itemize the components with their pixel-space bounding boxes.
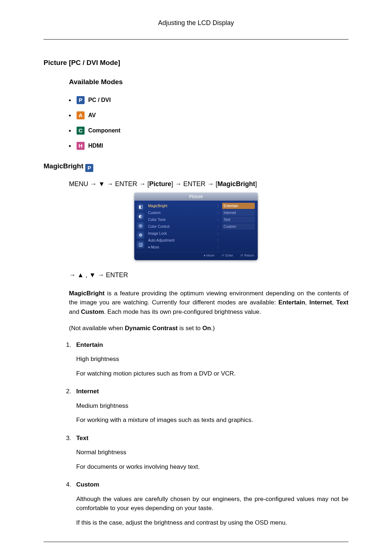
osd-footer-return: ↺ Return [240, 253, 254, 258]
arrow-icon: → [207, 180, 214, 188]
osd-option-item: Entertain [222, 203, 255, 209]
osd-nav-icon: ⚙ [136, 231, 144, 239]
item-title: Custom [76, 480, 348, 489]
item-paragraph: Medium brightness [76, 401, 348, 411]
item-paragraph: For watching motion pictures such as fro… [76, 369, 348, 378]
mode-label: PC / DVI [88, 96, 111, 104]
section-title-picture: Picture [PC / DVI Mode] [44, 58, 348, 68]
mode-list-item: H HDMI [69, 141, 348, 150]
nav-enter: ENTER [115, 180, 137, 188]
menu-navigation-continue: → ▲ , ▼ → ENTER [69, 270, 348, 280]
item-paragraph: If this is the case, adjust the brightne… [76, 518, 348, 528]
list-item: TextNormal brightnessFor documents or wo… [76, 434, 348, 472]
osd-menu-item: Custom: [147, 210, 219, 216]
magicbright-label: MagicBright [44, 162, 83, 170]
osd-nav-icon: ◧ [136, 203, 144, 211]
list-item: CustomAlthough the values are carefully … [76, 480, 348, 527]
down-icon: ▼ [98, 180, 105, 188]
osd-title: Picture [134, 193, 258, 201]
header-divider [44, 39, 348, 40]
nav-menu: MENU [69, 180, 88, 188]
osd-side-nav: ◧◐◎⚙◲ [136, 203, 144, 250]
section-title-magicbright: MagicBright P [44, 161, 348, 172]
bullet-icon [69, 130, 71, 132]
osd-footer-enter: ⏎ Enter [221, 253, 233, 258]
item-paragraph: Normal brightness [76, 448, 348, 457]
mode-icon: P [77, 96, 85, 104]
nav-enter: ENTER [183, 180, 205, 188]
mode-label: Component [88, 126, 121, 135]
osd-option-item: Text [222, 217, 255, 223]
osd-menu-item: ▾ More: [147, 244, 219, 250]
menu-navigation-path: MENU → ▼ → ENTER → [Picture] → ENTER → [… [69, 179, 348, 189]
nav-picture-bold: Picture [149, 180, 171, 188]
list-item: EntertainHigh brightnessFor watching mot… [76, 340, 348, 378]
item-title: Internet [76, 387, 348, 396]
osd-nav-icon: ◲ [136, 241, 144, 249]
mode-icon: H [77, 142, 85, 150]
osd-nav-icon: ◐ [136, 212, 144, 220]
osd-menu-item: Image Lock: [147, 230, 219, 237]
osd-screenshot: Picture ◧◐◎⚙◲ MagicBright:Custom:Color T… [134, 193, 258, 260]
mode-icon: C [77, 127, 85, 135]
osd-nav-icon: ◎ [136, 222, 144, 230]
mode-list-item: A AV [69, 111, 348, 120]
mode-label: HDMI [88, 141, 103, 150]
available-modes-list: P PC / DVI A AV C Component H HDMI [69, 96, 348, 150]
item-title: Entertain [76, 340, 348, 350]
osd-footer-move: ♦ Move [204, 253, 214, 258]
osd-menu-item: Auto Adjustment: [147, 237, 219, 243]
mode-descriptions-list: EntertainHigh brightnessFor watching mot… [76, 340, 348, 528]
item-paragraph: Although the values are carefully chosen… [76, 495, 348, 513]
page-header-title: Adjusting the LCD Display [44, 18, 348, 30]
osd-menu-item: Color Tone: [147, 217, 219, 223]
item-paragraph: For documents or works involving heavy t… [76, 462, 348, 472]
arrow-icon: → [90, 180, 97, 188]
osd-option-item: Custom [222, 223, 255, 230]
bullet-icon [69, 145, 71, 147]
mode-icon: A [77, 111, 85, 119]
bullet-icon [69, 115, 71, 116]
list-item: InternetMedium brightnessFor working wit… [76, 387, 348, 425]
osd-menu-list: MagicBright:Custom:Color Tone:Color Cont… [147, 203, 219, 250]
item-paragraph: High brightness [76, 354, 348, 364]
item-paragraph: For working with a mixture of images suc… [76, 415, 348, 425]
mode-label: AV [88, 111, 96, 120]
arrow-icon: → [107, 180, 113, 188]
footer-divider [44, 542, 348, 542]
nav-magicbright-bold: MagicBright [217, 180, 255, 188]
osd-menu-item: MagicBright: [147, 203, 219, 209]
section-title-available-modes: Available Modes [69, 77, 348, 87]
osd-options-list: EntertainInternetTextCustom [222, 203, 255, 250]
dynamic-contrast-note: (Not available when Dynamic Contrast is … [69, 324, 348, 333]
item-title: Text [76, 434, 348, 443]
mode-list-item: P PC / DVI [69, 96, 348, 104]
osd-option-item: Internet [222, 210, 255, 216]
bullet-icon [69, 99, 71, 101]
osd-footer: ♦ Move ⏎ Enter ↺ Return [134, 252, 258, 260]
mode-list-item: C Component [69, 126, 348, 135]
magicbright-description: MagicBright is a feature providing the o… [69, 289, 348, 317]
p-icon: P [85, 164, 93, 172]
arrow-icon: → [175, 180, 181, 188]
osd-menu-item: Color Control: [147, 223, 219, 230]
arrow-icon: → [139, 180, 146, 188]
